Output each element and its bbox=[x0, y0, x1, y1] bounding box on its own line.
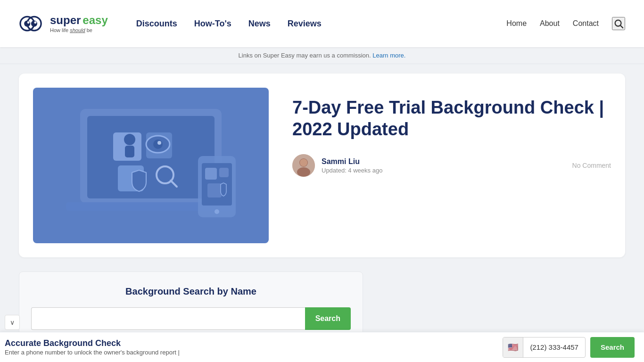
svg-point-30 bbox=[300, 159, 307, 166]
logo[interactable]: super easy How life should be bbox=[19, 13, 108, 34]
nav-item-news[interactable]: News bbox=[248, 19, 271, 29]
learn-more-link[interactable]: Learn more. bbox=[372, 52, 405, 59]
nav-item-reviews[interactable]: Reviews bbox=[288, 19, 322, 29]
nav-item-howtos[interactable]: How-To's bbox=[194, 19, 231, 29]
article-card: 7-Day Free Trial Background Check | 2022… bbox=[19, 74, 625, 257]
chevron-down-button[interactable]: ∨ bbox=[5, 315, 20, 330]
svg-point-5 bbox=[34, 21, 36, 24]
svg-point-23 bbox=[215, 209, 219, 214]
svg-rect-18 bbox=[125, 146, 134, 157]
logo-super: super bbox=[50, 14, 81, 26]
author-details: Sammi Liu Updated: 4 weeks ago bbox=[322, 157, 382, 174]
phone-widget: 🇺🇸 (212) 333-4457 bbox=[503, 337, 586, 358]
bottom-bar-title: Accurate Background Check bbox=[5, 338, 180, 348]
author-row: Sammi Liu Updated: 4 weeks ago No Commen… bbox=[292, 154, 611, 177]
nav-home[interactable]: Home bbox=[506, 19, 527, 28]
phone-number: (212) 333-4457 bbox=[523, 343, 585, 351]
bottom-bar-left: Accurate Background Check Enter a phone … bbox=[5, 338, 503, 356]
svg-line-7 bbox=[620, 25, 623, 28]
logo-tagline-bold: should bbox=[70, 27, 85, 33]
bottom-bar-right: 🇺🇸 (212) 333-4457 Search bbox=[503, 337, 644, 358]
article-hero-image bbox=[33, 88, 269, 243]
svg-rect-26 bbox=[207, 183, 222, 197]
svg-point-3 bbox=[31, 20, 37, 26]
nav-about[interactable]: About bbox=[540, 19, 560, 28]
widget-title: Background Search by Name bbox=[31, 286, 351, 297]
header-right: Home About Contact bbox=[506, 17, 625, 30]
svg-point-2 bbox=[24, 20, 30, 26]
affiliate-text: Links on Super Easy may earn us a commis… bbox=[239, 52, 371, 59]
bottom-bar-content: Accurate Background Check Enter a phone … bbox=[5, 338, 180, 356]
svg-rect-24 bbox=[205, 168, 217, 180]
author-avatar bbox=[292, 154, 315, 177]
svg-point-15 bbox=[153, 140, 163, 149]
svg-point-17 bbox=[124, 134, 135, 145]
author-name: Sammi Liu bbox=[322, 157, 382, 166]
bottom-search-button[interactable]: Search bbox=[590, 337, 635, 358]
no-comment: No Comment bbox=[572, 162, 611, 169]
bottom-bar: Accurate Background Check Enter a phone … bbox=[0, 332, 644, 362]
search-input-row: Search bbox=[31, 307, 351, 330]
bottom-bar-description: Enter a phone number to unlock the owner… bbox=[5, 349, 180, 356]
svg-point-16 bbox=[157, 141, 161, 145]
logo-tagline: How life should be bbox=[50, 27, 108, 33]
us-flag-emoji: 🇺🇸 bbox=[508, 342, 518, 353]
svg-rect-25 bbox=[219, 168, 229, 177]
affiliate-bar: Links on Super Easy may earn us a commis… bbox=[0, 47, 644, 64]
author-left: Sammi Liu Updated: 4 weeks ago bbox=[292, 154, 382, 177]
site-header: super easy How life should be Discounts … bbox=[0, 0, 644, 47]
article-title: 7-Day Free Trial Background Check | 2022… bbox=[292, 97, 611, 140]
logo-text: super easy How life should be bbox=[50, 14, 108, 33]
nav-item-discounts[interactable]: Discounts bbox=[136, 19, 177, 29]
svg-point-4 bbox=[27, 21, 30, 24]
flag-icon: 🇺🇸 bbox=[503, 337, 523, 357]
header-left: super easy How life should be Discounts … bbox=[19, 13, 322, 34]
logo-icon bbox=[19, 13, 47, 34]
main-nav: Discounts How-To's News Reviews bbox=[136, 19, 322, 29]
author-updated: Updated: 4 weeks ago bbox=[322, 167, 382, 174]
search-button[interactable]: Search bbox=[305, 307, 351, 330]
article-info: 7-Day Free Trial Background Check | 2022… bbox=[292, 88, 611, 177]
svg-point-29 bbox=[297, 167, 310, 177]
chevron-down-icon: ∨ bbox=[10, 319, 15, 326]
search-icon bbox=[613, 18, 624, 29]
search-icon-button[interactable] bbox=[612, 17, 625, 30]
nav-contact[interactable]: Contact bbox=[573, 19, 599, 28]
hero-illustration bbox=[52, 95, 250, 236]
main-content: 7-Day Free Trial Background Check | 2022… bbox=[0, 64, 644, 359]
search-input[interactable] bbox=[31, 307, 305, 330]
logo-easy: easy bbox=[83, 14, 107, 26]
